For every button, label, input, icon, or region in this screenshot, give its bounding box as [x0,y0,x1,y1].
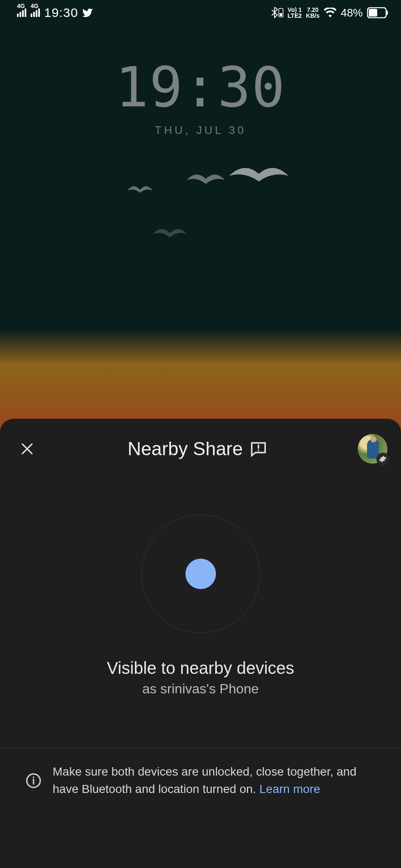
bluetooth-icon [271,7,283,18]
account-avatar[interactable] [358,434,387,464]
scanning-radar [141,515,260,633]
status-clock: 19:30 [44,6,78,20]
network-label: Vo) 1 LTE2 [288,7,302,19]
lock-date: THU, JUL 30 [0,124,401,137]
battery-percentage: 48% [341,6,363,19]
lock-time: 19:30 [0,55,401,120]
settings-gear-icon[interactable] [376,453,389,465]
svg-rect-4 [387,11,388,15]
svg-point-5 [258,450,259,451]
network-speed: 7.20 KB/s [306,7,320,19]
close-button[interactable] [17,439,37,459]
svg-point-7 [33,776,34,778]
lock-clock: 19:30 THU, JUL 30 [0,55,401,137]
svg-rect-1 [280,13,282,16]
feedback-icon[interactable] [250,440,267,458]
battery-icon [367,7,388,18]
status-bar: 4G 4G 19:30 Vo) 1 LTE2 7.20 KB/s 48% [0,0,401,25]
svg-rect-3 [369,9,377,17]
radar-dot-icon [185,559,216,589]
visibility-title: Visible to nearby devices [17,659,384,678]
wifi-icon [324,8,337,18]
visibility-subtitle: as srinivas's Phone [17,681,384,697]
signal-1-icon: 4G [17,8,26,17]
twitter-icon [82,7,93,18]
info-icon [25,773,42,789]
learn-more-link[interactable]: Learn more [259,782,320,796]
info-text: Make sure both devices are unlocked, clo… [53,763,382,798]
signal-2-icon: 4G [31,8,40,17]
sheet-title: Nearby Share [128,438,243,459]
nearby-share-sheet: Nearby Share Visible to nearby devices a… [0,419,401,868]
